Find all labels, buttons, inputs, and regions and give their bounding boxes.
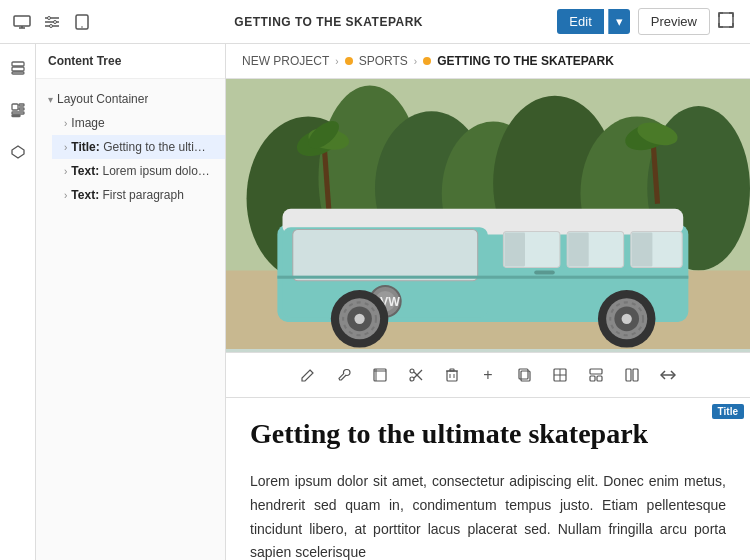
sidebar-icon-content[interactable]: [4, 96, 32, 124]
text-block: Lorem ipsum dolor sit amet, consectetur …: [226, 462, 750, 560]
expand-tool[interactable]: [654, 361, 682, 389]
image-toolbar: +: [226, 352, 750, 398]
preview-area: VW: [226, 79, 750, 560]
svg-rect-69: [447, 371, 457, 381]
title-block: Title Getting to the ultimate skatepark: [226, 398, 750, 462]
svg-rect-81: [597, 376, 602, 381]
breadcrumb-sports[interactable]: SPORTS: [359, 54, 408, 68]
svg-rect-42: [504, 232, 525, 266]
svg-rect-43: [568, 232, 589, 266]
svg-rect-46: [293, 229, 478, 280]
body-text[interactable]: Lorem ipsum dolor sit amet, consectetur …: [250, 470, 726, 560]
svg-rect-83: [633, 369, 638, 381]
tree-arrow-text2: ›: [64, 190, 67, 201]
svg-point-8: [50, 24, 53, 27]
tree-item-text1[interactable]: › Text: Lorem ipsum dolor sit am...: [52, 159, 225, 183]
sidebar-icon-blocks[interactable]: [4, 138, 32, 166]
top-bar: GETTING TO THE SKATEPARK Edit ▾ Preview: [0, 0, 750, 44]
fullscreen-button[interactable]: [714, 8, 738, 35]
desktop-view-icon[interactable]: [12, 12, 32, 32]
svg-point-53: [354, 314, 364, 324]
svg-rect-13: [12, 67, 24, 71]
svg-marker-20: [12, 146, 24, 158]
svg-point-65: [410, 377, 414, 381]
svg-point-10: [81, 26, 83, 28]
wrench-tool[interactable]: [330, 361, 358, 389]
tree-item-image[interactable]: › Image: [52, 111, 225, 135]
delete-tool[interactable]: [438, 361, 466, 389]
svg-rect-18: [12, 112, 24, 114]
svg-rect-0: [14, 16, 30, 26]
svg-rect-16: [19, 104, 24, 106]
content-tree-panel: Content Tree ▾ Layout Container › Image …: [36, 44, 226, 560]
sidebar-icon-layers[interactable]: [4, 54, 32, 82]
edit-tool[interactable]: [294, 361, 322, 389]
top-bar-actions: Edit ▾ Preview: [557, 8, 738, 35]
edit-dropdown-button[interactable]: ▾: [608, 9, 630, 34]
svg-point-6: [48, 16, 51, 19]
copy-tool[interactable]: [510, 361, 538, 389]
svg-rect-19: [12, 115, 20, 117]
tree-arrow-title: ›: [64, 142, 67, 153]
tablet-view-icon[interactable]: [72, 12, 92, 32]
svg-rect-71: [450, 369, 454, 371]
tree-arrow-text1: ›: [64, 166, 67, 177]
grid-tool[interactable]: [582, 361, 610, 389]
tree-label-text2: Text: First paragraph: [71, 188, 183, 202]
svg-rect-12: [12, 62, 24, 66]
tree-item-text2[interactable]: › Text: First paragraph: [52, 183, 225, 207]
van-image: VW: [226, 79, 750, 349]
svg-point-57: [622, 314, 632, 324]
breadcrumb-dot-getting: [423, 57, 431, 65]
breadcrumb-dot-sports: [345, 57, 353, 65]
settings-view-icon[interactable]: [42, 12, 62, 32]
tree-arrow-image: ›: [64, 118, 67, 129]
svg-point-66: [410, 369, 414, 373]
breadcrumb-new-project[interactable]: NEW PROJECT: [242, 54, 329, 68]
breadcrumb-getting[interactable]: GETTING TO THE SKATEPARK: [437, 54, 614, 68]
title-badge: Title: [712, 404, 744, 419]
svg-rect-15: [12, 104, 18, 110]
cut-tool[interactable]: [402, 361, 430, 389]
tree-items: ▾ Layout Container › Image › Title: Gett…: [36, 79, 225, 560]
page-heading[interactable]: Getting to the ultimate skatepark: [250, 418, 726, 450]
icon-sidebar: [0, 44, 36, 560]
breadcrumb-sep-1: ›: [335, 56, 338, 67]
content-tree-header: Content Tree: [36, 44, 225, 79]
tree-arrow: ▾: [48, 94, 53, 105]
tree-item-layout-container[interactable]: ▾ Layout Container: [36, 87, 225, 111]
svg-rect-79: [590, 369, 602, 374]
tree-label-layout: Layout Container: [57, 92, 148, 106]
svg-rect-82: [626, 369, 631, 381]
tree-label-title: Title: Getting to the ultimate ska: [71, 140, 213, 154]
tree-item-title[interactable]: › Title: Getting to the ultimate ska: [52, 135, 225, 159]
svg-rect-60: [277, 276, 688, 279]
svg-rect-80: [590, 376, 595, 381]
svg-rect-14: [12, 72, 24, 74]
view-mode-icons: [12, 12, 92, 32]
page-title: GETTING TO THE SKATEPARK: [108, 15, 549, 29]
columns-tool[interactable]: [618, 361, 646, 389]
svg-rect-17: [19, 108, 24, 110]
tree-label-image: Image: [71, 116, 104, 130]
edit-button[interactable]: Edit: [557, 9, 603, 34]
tree-label-text1: Text: Lorem ipsum dolor sit am...: [71, 164, 213, 178]
svg-point-7: [54, 20, 57, 23]
breadcrumb: NEW PROJECT › SPORTS › GETTING TO THE SK…: [226, 44, 750, 79]
svg-rect-11: [719, 13, 733, 27]
crop-tool[interactable]: [366, 361, 394, 389]
preview-button[interactable]: Preview: [638, 8, 710, 35]
breadcrumb-sep-2: ›: [414, 56, 417, 67]
image-block: VW: [226, 79, 750, 352]
svg-rect-61: [534, 271, 555, 275]
layout-tool[interactable]: [546, 361, 574, 389]
main-layout: Content Tree ▾ Layout Container › Image …: [0, 44, 750, 560]
svg-rect-44: [632, 232, 653, 266]
add-tool[interactable]: +: [474, 361, 502, 389]
content-area: NEW PROJECT › SPORTS › GETTING TO THE SK…: [226, 44, 750, 560]
